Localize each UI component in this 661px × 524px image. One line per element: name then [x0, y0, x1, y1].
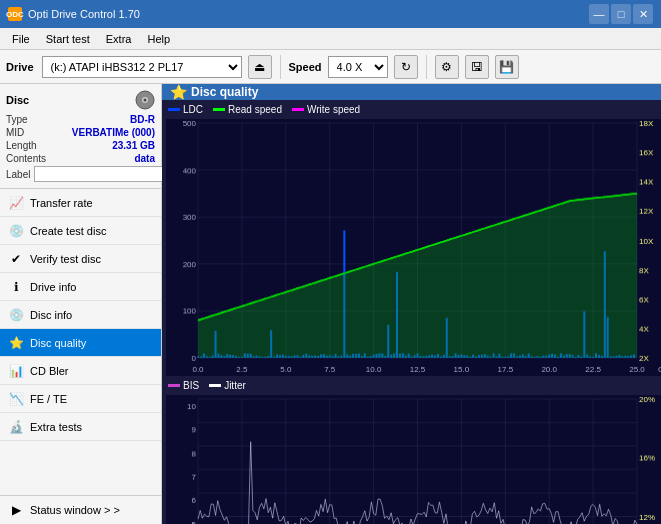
- chart2-container: [166, 395, 661, 524]
- titlebar-controls: — □ ✕: [589, 4, 653, 24]
- menu-file[interactable]: File: [4, 31, 38, 47]
- menu-starttest[interactable]: Start test: [38, 31, 98, 47]
- jitter-legend-item: Jitter: [209, 380, 246, 391]
- cd-bler-icon: 📊: [8, 363, 24, 379]
- main-area: Disc Type BD-R MID VERBATIMe (000) Leng: [0, 84, 661, 524]
- ldc-legend-item: LDC: [168, 104, 203, 115]
- titlebar-title: Opti Drive Control 1.70: [28, 8, 140, 20]
- save-button[interactable]: 💾: [495, 55, 519, 79]
- disc-label-row: Label 🔍: [6, 166, 155, 182]
- menu-help[interactable]: Help: [139, 31, 178, 47]
- sidebar-item-status-window-label: Status window > >: [30, 504, 120, 516]
- disc-contents-value: data: [134, 153, 155, 164]
- write-legend-color: [292, 108, 304, 111]
- disc-icon: [135, 90, 155, 110]
- sidebar-item-create-test-disc-label: Create test disc: [30, 225, 106, 237]
- disc-contents-label: Contents: [6, 153, 46, 164]
- disc-mid-row: MID VERBATIMe (000): [6, 127, 155, 138]
- fe-te-icon: 📉: [8, 391, 24, 407]
- chart1-container: [166, 119, 661, 376]
- disc-contents-row: Contents data: [6, 153, 155, 164]
- jitter-legend-label: Jitter: [224, 380, 246, 391]
- sidebar-item-disc-quality[interactable]: ⭐ Disc quality: [0, 329, 161, 357]
- quality-header-title: Disc quality: [191, 85, 258, 99]
- toolbar-separator: [280, 55, 281, 79]
- sidebar: Disc Type BD-R MID VERBATIMe (000) Leng: [0, 84, 162, 524]
- sidebar-status: ▶ Status window > >: [0, 495, 161, 524]
- sidebar-item-transfer-rate-label: Transfer rate: [30, 197, 93, 209]
- content-area: ⭐ Disc quality LDC Read speed Write spee…: [162, 84, 661, 524]
- speed-label: Speed: [289, 61, 322, 73]
- sidebar-item-cd-bler-label: CD Bler: [30, 365, 69, 377]
- minimize-button[interactable]: —: [589, 4, 609, 24]
- info-button[interactable]: 🖫: [465, 55, 489, 79]
- disc-header: Disc: [6, 90, 155, 110]
- verify-test-disc-icon: ✔: [8, 251, 24, 267]
- read-legend-item: Read speed: [213, 104, 282, 115]
- disc-panel: Disc Type BD-R MID VERBATIMe (000) Leng: [0, 84, 161, 189]
- disc-mid-value: VERBATIMe (000): [72, 127, 155, 138]
- chart2-legend: BIS Jitter: [166, 380, 661, 391]
- disc-header-text: Disc: [6, 94, 29, 106]
- read-legend-color: [213, 108, 225, 111]
- jitter-legend-color: [209, 384, 221, 387]
- refresh-button[interactable]: ↻: [394, 55, 418, 79]
- eject-button[interactable]: ⏏: [248, 55, 272, 79]
- bis-legend-item: BIS: [168, 380, 199, 391]
- bis-legend-label: BIS: [183, 380, 199, 391]
- disc-mid-label: MID: [6, 127, 24, 138]
- settings-button[interactable]: ⚙: [435, 55, 459, 79]
- sidebar-item-extra-tests-label: Extra tests: [30, 421, 82, 433]
- disc-length-row: Length 23.31 GB: [6, 140, 155, 151]
- chart2-canvas: [166, 395, 661, 524]
- sidebar-item-drive-info[interactable]: ℹ Drive info: [0, 273, 161, 301]
- sidebar-item-cd-bler[interactable]: 📊 CD Bler: [0, 357, 161, 385]
- disc-length-value: 23.31 GB: [112, 140, 155, 151]
- sidebar-item-fe-te-label: FE / TE: [30, 393, 67, 405]
- disc-type-value: BD-R: [130, 114, 155, 125]
- disc-quality-icon: ⭐: [8, 335, 24, 351]
- sidebar-item-create-test-disc[interactable]: 💿 Create test disc: [0, 217, 161, 245]
- titlebar: ODC Opti Drive Control 1.70 — □ ✕: [0, 0, 661, 28]
- sidebar-item-verify-test-disc[interactable]: ✔ Verify test disc: [0, 245, 161, 273]
- sidebar-item-disc-info[interactable]: 💿 Disc info: [0, 301, 161, 329]
- ldc-legend-color: [168, 108, 180, 111]
- write-legend-label: Write speed: [307, 104, 360, 115]
- sidebar-item-status-window[interactable]: ▶ Status window > >: [0, 496, 161, 524]
- sidebar-item-drive-info-label: Drive info: [30, 281, 76, 293]
- maximize-button[interactable]: □: [611, 4, 631, 24]
- svg-point-2: [144, 99, 147, 102]
- write-legend-item: Write speed: [292, 104, 360, 115]
- speed-select[interactable]: 4.0 X: [328, 56, 388, 78]
- menubar: File Start test Extra Help: [0, 28, 661, 50]
- drive-label: Drive: [6, 61, 34, 73]
- charts-area: LDC Read speed Write speed BIS: [162, 100, 661, 524]
- sidebar-item-disc-quality-label: Disc quality: [30, 337, 86, 349]
- chart1-legend: LDC Read speed Write speed: [166, 104, 661, 115]
- disc-type-label: Type: [6, 114, 28, 125]
- sidebar-item-disc-info-label: Disc info: [30, 309, 72, 321]
- sidebar-item-fe-te[interactable]: 📉 FE / TE: [0, 385, 161, 413]
- close-button[interactable]: ✕: [633, 4, 653, 24]
- app-icon: ODC: [8, 7, 22, 21]
- sidebar-item-verify-test-disc-label: Verify test disc: [30, 253, 101, 265]
- chart1-canvas: [166, 119, 661, 376]
- transfer-rate-icon: 📈: [8, 195, 24, 211]
- read-legend-label: Read speed: [228, 104, 282, 115]
- sidebar-item-transfer-rate[interactable]: 📈 Transfer rate: [0, 189, 161, 217]
- ldc-legend-label: LDC: [183, 104, 203, 115]
- create-test-disc-icon: 💿: [8, 223, 24, 239]
- toolbar: Drive (k:) ATAPI iHBS312 2 PL17 ⏏ Speed …: [0, 50, 661, 84]
- disc-type-row: Type BD-R: [6, 114, 155, 125]
- disc-info-icon: 💿: [8, 307, 24, 323]
- disc-length-label: Length: [6, 140, 37, 151]
- disc-label-label: Label: [6, 169, 30, 180]
- titlebar-left: ODC Opti Drive Control 1.70: [8, 7, 140, 21]
- drive-select[interactable]: (k:) ATAPI iHBS312 2 PL17: [42, 56, 242, 78]
- menu-extra[interactable]: Extra: [98, 31, 140, 47]
- sidebar-item-extra-tests[interactable]: 🔬 Extra tests: [0, 413, 161, 441]
- quality-header: ⭐ Disc quality: [162, 84, 661, 100]
- disc-label-input[interactable]: [34, 166, 167, 182]
- quality-icon: ⭐: [170, 84, 187, 100]
- status-window-icon: ▶: [8, 502, 24, 518]
